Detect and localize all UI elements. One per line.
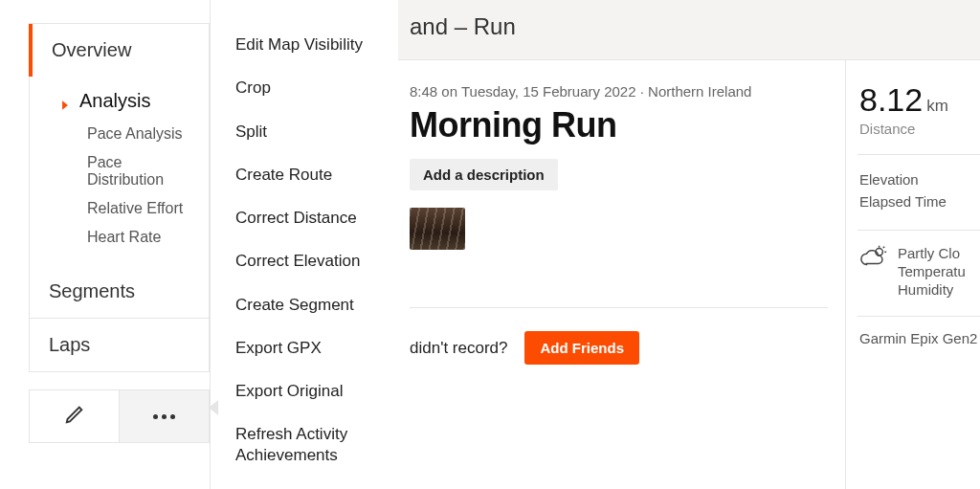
more-actions-button[interactable]	[119, 390, 209, 442]
sidebar-analysis-label: Analysis	[79, 90, 150, 112]
edit-button[interactable]	[30, 390, 119, 442]
weather-humidity: Humidity	[898, 280, 966, 299]
menu-correct-elevation[interactable]: Correct Elevation	[218, 239, 398, 282]
main-pane: and – Run 8:48 on Tuesday, 15 February 2…	[398, 0, 980, 489]
sidebar-analysis-group: Analysis Pace Analysis Pace Distribution…	[30, 77, 209, 265]
activity-meta: 8:48 on Tuesday, 15 February 2022 · Nort…	[410, 83, 828, 100]
menu-edit-map-visibility[interactable]: Edit Map Visibility	[218, 23, 398, 66]
pencil-icon	[64, 404, 85, 429]
menu-create-route[interactable]: Create Route	[218, 153, 398, 196]
weather-condition: Partly Clo	[898, 244, 966, 262]
breadcrumb-fragment: and – Run	[410, 13, 516, 39]
sidebar-tab-segments[interactable]: Segments	[30, 265, 209, 318]
menu-flag[interactable]: Flag	[218, 477, 398, 489]
svg-line-3	[883, 247, 884, 248]
elevation-label: Elevation	[859, 168, 980, 190]
friend-record-prompt: didn't record?	[410, 339, 507, 358]
activity-title: Morning Run	[410, 105, 828, 145]
sidebar-toolrow	[29, 389, 210, 443]
menu-refresh-achievements[interactable]: Refresh Activity Achievements	[218, 412, 398, 477]
activity-detail: 8:48 on Tuesday, 15 February 2022 · Nort…	[398, 60, 846, 489]
menu-crop[interactable]: Crop	[218, 66, 398, 109]
sidebar-tab-laps[interactable]: Laps	[30, 318, 209, 371]
activity-stats: 8.12 km Distance Elevation Elapsed Time	[846, 60, 980, 489]
elapsed-time-label: Elapsed Time	[859, 190, 980, 212]
chevron-right-icon	[58, 95, 72, 108]
sidebar-sub-pace-analysis[interactable]: Pace Analysis	[30, 120, 209, 148]
sidebar-sub-heart-rate[interactable]: Heart Rate	[30, 223, 209, 252]
distance-value: 8.12	[859, 81, 923, 119]
activity-photo-thumbnail[interactable]	[410, 208, 465, 250]
distance-unit: km	[926, 97, 948, 116]
partly-cloudy-icon	[859, 244, 888, 269]
menu-create-segment[interactable]: Create Segment	[218, 283, 398, 326]
ellipsis-icon	[153, 414, 175, 419]
sidebar-tab-analysis[interactable]: Analysis	[30, 82, 209, 120]
distance-stat: 8.12 km	[859, 81, 980, 119]
weather-temperature: Temperatu	[898, 262, 966, 280]
add-description-button[interactable]: Add a description	[410, 159, 558, 190]
divider	[410, 307, 828, 308]
menu-correct-distance[interactable]: Correct Distance	[218, 196, 398, 239]
sidebar-sub-pace-distribution[interactable]: Pace Distribution	[30, 148, 209, 194]
dropdown-caret-icon	[209, 400, 218, 415]
distance-label: Distance	[859, 121, 980, 137]
recording-device: Garmin Epix Gen2	[859, 330, 980, 346]
menu-split[interactable]: Split	[218, 110, 398, 153]
sidebar-tab-overview[interactable]: Overview	[29, 24, 209, 77]
sidebar: Overview Analysis Pace Analysis Pace Dis…	[0, 0, 211, 489]
more-actions-menu: Edit Map Visibility Crop Split Create Ro…	[218, 23, 398, 489]
page-header: and – Run	[398, 0, 980, 60]
sidebar-sub-relative-effort[interactable]: Relative Effort	[30, 194, 209, 223]
weather-block: Partly Clo Temperatu Humidity	[859, 244, 980, 299]
add-friends-button[interactable]: Add Friends	[524, 331, 639, 365]
menu-export-original[interactable]: Export Original	[218, 369, 398, 412]
menu-export-gpx[interactable]: Export GPX	[218, 326, 398, 369]
